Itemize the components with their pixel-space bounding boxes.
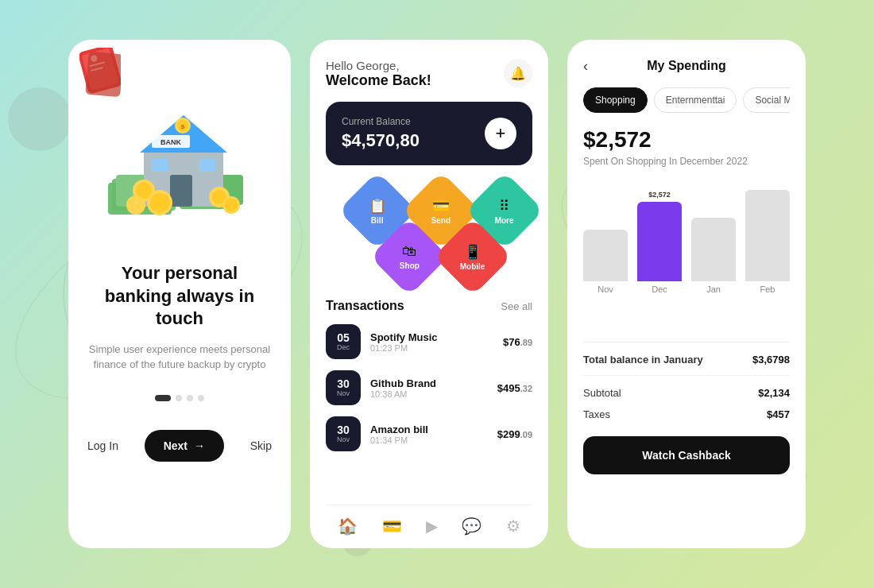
tab-entertainment[interactable]: Enternmenttai xyxy=(654,87,737,113)
mobile-label: Mobile xyxy=(460,261,485,270)
tx-name: Spotify Music xyxy=(370,331,493,343)
see-all-link[interactable]: See all xyxy=(501,300,532,312)
tx-date-box: 30 Nov xyxy=(326,370,361,405)
bar-label-dec: Dec xyxy=(652,284,667,294)
tx-amount: $299.09 xyxy=(497,428,532,440)
divider xyxy=(583,375,790,376)
quick-actions: 📋 Bill 💳 Send ⠿ More 🛍 Shop 📱 xyxy=(326,183,532,286)
next-label: Next xyxy=(164,439,188,452)
summary-row-total: Total balance in January $3,6798 xyxy=(583,354,790,366)
tx-date-box: 30 Nov xyxy=(326,416,361,451)
bar-group-nov: - Nov xyxy=(583,219,628,294)
svg-rect-25 xyxy=(199,159,215,172)
bill-icon: 📋 xyxy=(369,197,386,215)
balance-card: Current Balance $4,570,80 + xyxy=(326,102,532,165)
bar-nov xyxy=(583,230,628,281)
balance-label: Current Balance xyxy=(342,116,420,127)
category-tabs: Shopping Enternmenttai Social Mec xyxy=(583,87,790,113)
svg-text:$: $ xyxy=(181,123,185,130)
tx-name: Amazon bill xyxy=(370,424,488,435)
tx-day: 05 xyxy=(337,332,350,343)
svg-point-5 xyxy=(8,87,72,151)
back-icon: ‹ xyxy=(583,58,588,74)
spending-description: Spent On Shopping In December 2022 xyxy=(583,156,790,167)
card-nav-icon[interactable]: 💳 xyxy=(382,516,402,536)
tx-month: Nov xyxy=(337,435,350,443)
dot-2 xyxy=(176,395,182,401)
tab-shopping[interactable]: Shopping xyxy=(583,87,648,113)
send-label: Send xyxy=(431,215,451,224)
svg-point-31 xyxy=(150,193,169,212)
taxes-label: Taxes xyxy=(583,408,610,420)
spending-amount: $2,572 xyxy=(583,127,790,153)
transaction-item: 30 Nov Amazon bill 01:34 PM $299.09 xyxy=(326,416,532,451)
bar-label-feb: Feb xyxy=(760,284,775,294)
welcome-text: Welcome Back! xyxy=(326,72,431,89)
more-label: More xyxy=(495,216,514,225)
spending-chart: - Nov $2,572 Dec - Jan - Feb xyxy=(583,183,790,326)
bar-value-feb: - xyxy=(767,179,769,187)
bottom-navigation: 🏠 💳 ▶ 💬 ⚙ xyxy=(326,505,532,548)
tab-social[interactable]: Social Mec xyxy=(743,87,790,113)
dot-4 xyxy=(198,395,204,401)
play-nav-icon[interactable]: ▶ xyxy=(426,516,438,536)
svg-text:BANK: BANK xyxy=(160,138,181,146)
tx-name: Github Brand xyxy=(370,377,488,389)
next-button[interactable]: Next → xyxy=(145,430,224,462)
transactions-header: Transactions See all xyxy=(326,299,532,313)
chat-nav-icon[interactable]: 💬 xyxy=(462,516,481,536)
bar-dec xyxy=(637,202,682,281)
login-button[interactable]: Log In xyxy=(87,439,118,452)
bar-label-nov: Nov xyxy=(597,284,613,294)
spending-title: My Spending xyxy=(647,59,726,73)
tx-cents: .32 xyxy=(520,384,532,393)
svg-rect-24 xyxy=(152,159,168,172)
tx-cents: .89 xyxy=(520,338,532,347)
tx-amount: $76.89 xyxy=(503,336,532,348)
bar-label-jan: Jan xyxy=(706,284,721,294)
pagination-dots xyxy=(155,395,204,401)
shop-label: Shop xyxy=(400,261,420,270)
greeting-block: Hello George, Welcome Back! xyxy=(326,59,431,89)
subtotal-value: $2,134 xyxy=(758,387,790,399)
bell-icon: 🔔 xyxy=(510,66,526,81)
dot-1 xyxy=(155,395,171,401)
svg-rect-15 xyxy=(85,52,121,98)
summary-row-subtotal: Subtotal $2,134 xyxy=(583,387,790,399)
tx-month: Nov xyxy=(337,389,350,397)
chart-bars: - Nov $2,572 Dec - Jan - Feb xyxy=(583,183,790,310)
notification-button[interactable]: 🔔 xyxy=(504,59,532,87)
bar-group-feb: - Feb xyxy=(745,179,790,294)
skip-button[interactable]: Skip xyxy=(250,439,272,452)
bar-jan xyxy=(691,218,736,281)
onboarding-actions: Log In Next → Skip xyxy=(87,430,272,462)
transaction-item: 05 Dec Spotify Music 01:23 PM $76.89 xyxy=(326,324,532,359)
settings-nav-icon[interactable]: ⚙ xyxy=(506,516,520,536)
bar-value-dec: $2,572 xyxy=(648,191,671,199)
greeting-text: Hello George, xyxy=(326,59,431,72)
transaction-item: 30 Nov Github Brand 10:38 AM $495.32 xyxy=(326,370,532,405)
tx-date-box: 05 Dec xyxy=(326,324,361,359)
tx-time: 01:34 PM xyxy=(370,435,488,445)
tx-day: 30 xyxy=(337,378,350,389)
svg-rect-23 xyxy=(170,175,192,207)
transactions-title: Transactions xyxy=(326,299,404,313)
tx-info: Github Brand 10:38 AM xyxy=(370,377,488,399)
tx-info: Amazon bill 01:34 PM xyxy=(370,424,488,445)
watch-cashback-button[interactable]: Watch Cashback xyxy=(583,436,790,474)
dashboard-card: Hello George, Welcome Back! 🔔 Current Ba… xyxy=(310,40,548,548)
back-button[interactable]: ‹ xyxy=(583,58,588,75)
balance-amount: $4,570,80 xyxy=(342,130,420,151)
total-value: $3,6798 xyxy=(752,354,790,366)
add-money-button[interactable]: + xyxy=(485,118,516,149)
tx-time: 10:38 AM xyxy=(370,389,488,399)
bill-label: Bill xyxy=(371,216,384,225)
home-nav-icon[interactable]: 🏠 xyxy=(338,516,358,536)
bar-feb xyxy=(745,190,790,281)
tx-time: 01:23 PM xyxy=(370,343,493,353)
balance-info: Current Balance $4,570,80 xyxy=(342,116,420,151)
price-tag-decoration xyxy=(79,48,121,105)
summary-row-taxes: Taxes $457 xyxy=(583,408,790,420)
bar-value-jan: - xyxy=(713,207,715,215)
tx-month: Dec xyxy=(337,343,350,351)
